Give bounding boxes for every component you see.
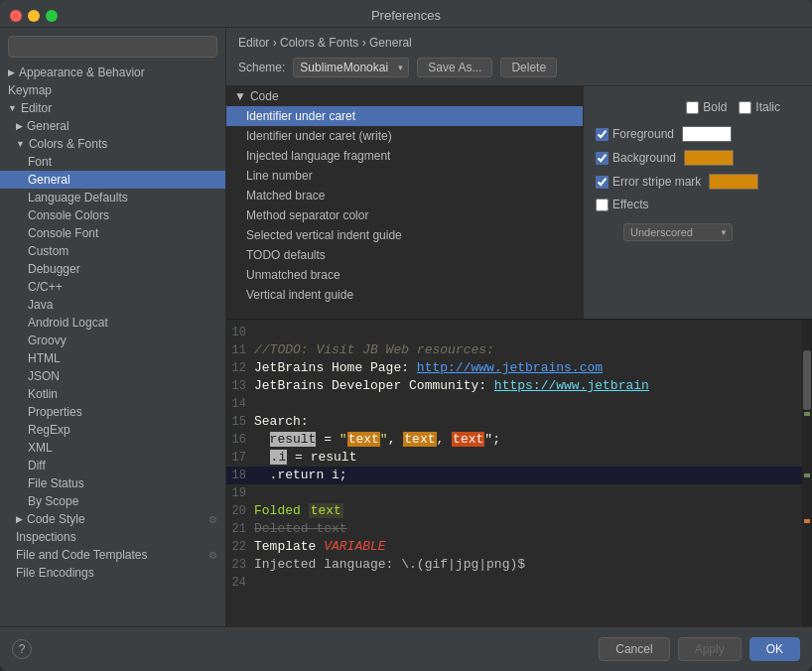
sidebar-item-file-encodings[interactable]: File Encodings (0, 564, 225, 582)
sidebar-item-xml[interactable]: XML (0, 439, 225, 457)
sidebar-item-general[interactable]: ▶ General (0, 117, 225, 135)
line-number: 22 (226, 538, 254, 556)
sidebar: ▶ Appearance & Behavior Keymap ▼ Editor … (0, 28, 226, 626)
sidebar-item-label: Java (28, 298, 53, 312)
sidebar-item-kotlin[interactable]: Kotlin (0, 385, 225, 403)
sidebar-item-android-logcat[interactable]: Android Logcat (0, 314, 225, 332)
sidebar-item-file-code-templates[interactable]: File and Code Templates ⚙ (0, 546, 225, 564)
code-line-22: 22 Template VARIABLE (226, 538, 812, 556)
sidebar-item-console-colors[interactable]: Console Colors (0, 206, 225, 224)
ok-button[interactable]: OK (749, 637, 800, 661)
effects-checkbox[interactable] (596, 199, 609, 211)
line-number: 13 (226, 377, 254, 395)
sidebar-item-file-status[interactable]: File Status (0, 474, 225, 492)
color-list-item-vertical-indent[interactable]: Vertical indent guide (226, 285, 583, 305)
minimize-button[interactable] (28, 10, 40, 22)
color-list-item-injected[interactable]: Injected language fragment (226, 146, 583, 166)
error-stripe-color-swatch[interactable] (709, 174, 758, 190)
color-list-item-selected-indent[interactable]: Selected vertical indent guide (226, 225, 583, 245)
close-button[interactable] (10, 10, 22, 22)
sidebar-item-console-font[interactable]: Console Font (0, 224, 225, 242)
sidebar-item-label: File Status (28, 476, 84, 490)
sidebar-item-custom[interactable]: Custom (0, 242, 225, 260)
code-line-13: 13 JetBrains Developer Community: https:… (226, 377, 812, 395)
sidebar-item-label: Android Logcat (28, 316, 108, 330)
sidebar-item-label: Diff (28, 459, 46, 472)
sidebar-item-cpp[interactable]: C/C++ (0, 278, 225, 296)
delete-button[interactable]: Delete (500, 58, 557, 77)
italic-checkbox[interactable] (739, 101, 751, 114)
color-list-item-matched-brace[interactable]: Matched brace (226, 186, 583, 205)
sidebar-item-colors-fonts[interactable]: ▼ Colors & Fonts (0, 135, 225, 153)
code-editor[interactable]: 10 11 //TODO: Visit JB Web resources: 12… (226, 320, 812, 626)
sidebar-item-java[interactable]: Java (0, 296, 225, 314)
color-list-item-line-number[interactable]: Line number (226, 166, 583, 186)
sidebar-item-general2[interactable]: General (0, 171, 225, 189)
line-content: .i = result (254, 449, 812, 467)
sidebar-item-appearance[interactable]: ▶ Appearance & Behavior (0, 64, 225, 81)
sidebar-item-label: Custom (28, 244, 68, 258)
scheme-dropdown-wrapper: SublimeMonokai (293, 58, 409, 77)
scheme-dropdown[interactable]: SublimeMonokai (293, 58, 409, 77)
line-number: 10 (226, 324, 254, 341)
apply-button[interactable]: Apply (678, 637, 742, 661)
sidebar-item-font[interactable]: Font (0, 153, 225, 171)
sidebar-item-html[interactable]: HTML (0, 349, 225, 367)
sidebar-item-groovy[interactable]: Groovy (0, 332, 225, 349)
effects-row: Effects (596, 198, 800, 211)
color-list-item-method-separator[interactable]: Method separator color (226, 205, 583, 225)
sidebar-item-editor[interactable]: ▼ Editor (0, 99, 225, 117)
sidebar-item-diff[interactable]: Diff (0, 457, 225, 474)
code-line-14: 14 (226, 395, 812, 413)
scrollbar-thumb[interactable] (803, 350, 811, 410)
color-group-header[interactable]: ▼ Code (226, 86, 583, 106)
arrow-icon: ▼ (8, 103, 17, 113)
sidebar-item-regexp[interactable]: RegExp (0, 421, 225, 439)
maximize-button[interactable] (46, 10, 58, 22)
color-list-item-identifier-caret[interactable]: Identifier under caret (226, 106, 583, 126)
background-color-swatch[interactable] (684, 150, 734, 166)
sidebar-item-debugger[interactable]: Debugger (0, 260, 225, 278)
sidebar-item-language-defaults[interactable]: Language Defaults (0, 189, 225, 206)
sidebar-item-json[interactable]: JSON (0, 367, 225, 385)
color-props-panel: Bold Italic Foreground (584, 86, 812, 319)
sidebar-item-label: Appearance & Behavior (19, 66, 145, 79)
error-stripe-checkbox-wrapper: Error stripe mark (596, 175, 701, 189)
color-list-item-unmatched-brace[interactable]: Unmatched brace (226, 265, 583, 285)
sidebar-item-label: Keymap (8, 83, 52, 97)
preview-panel: 10 11 //TODO: Visit JB Web resources: 12… (226, 319, 812, 626)
save-as-button[interactable]: Save As... (417, 58, 492, 77)
bold-checkbox[interactable] (686, 101, 699, 114)
window-controls (10, 10, 58, 22)
color-list-item-identifier-write[interactable]: Identifier under caret (write) (226, 126, 583, 146)
error-stripe-row: Error stripe mark (596, 174, 800, 190)
sidebar-item-label: Console Colors (28, 208, 109, 222)
error-stripe-label: Error stripe mark (612, 175, 701, 189)
help-button[interactable]: ? (12, 639, 32, 659)
sidebar-item-keymap[interactable]: Keymap (0, 81, 225, 99)
foreground-checkbox[interactable] (596, 128, 609, 141)
sidebar-item-by-scope[interactable]: By Scope (0, 492, 225, 510)
line-content: Search: (254, 413, 812, 431)
foreground-color-swatch[interactable] (682, 126, 732, 142)
title-bar: Preferences (0, 0, 812, 28)
code-line-20: 20 Folded text (226, 502, 812, 520)
line-number: 20 (226, 502, 254, 520)
fg-checkbox-wrapper: Foreground (596, 127, 674, 141)
color-item-label: Method separator color (246, 208, 368, 222)
main-content: ▶ Appearance & Behavior Keymap ▼ Editor … (0, 28, 812, 626)
arrow-icon: ▶ (16, 514, 23, 524)
background-checkbox[interactable] (596, 152, 609, 165)
color-list-item-todo[interactable]: TODO defaults (226, 245, 583, 265)
error-stripe-checkbox[interactable] (596, 176, 609, 189)
breadcrumb: Editor › Colors & Fonts › General (226, 28, 812, 54)
sidebar-item-label: File Encodings (16, 566, 94, 580)
underline-select[interactable]: Underscored Bold underscored Dotted line… (623, 223, 733, 241)
cancel-button[interactable]: Cancel (599, 637, 669, 661)
sidebar-item-code-style[interactable]: ▶ Code Style ⚙ (0, 510, 225, 528)
search-input[interactable] (8, 36, 217, 58)
sidebar-item-properties[interactable]: Properties (0, 403, 225, 421)
code-line-10: 10 (226, 324, 812, 341)
effects-label: Effects (612, 198, 648, 211)
sidebar-item-inspections[interactable]: Inspections (0, 528, 225, 546)
